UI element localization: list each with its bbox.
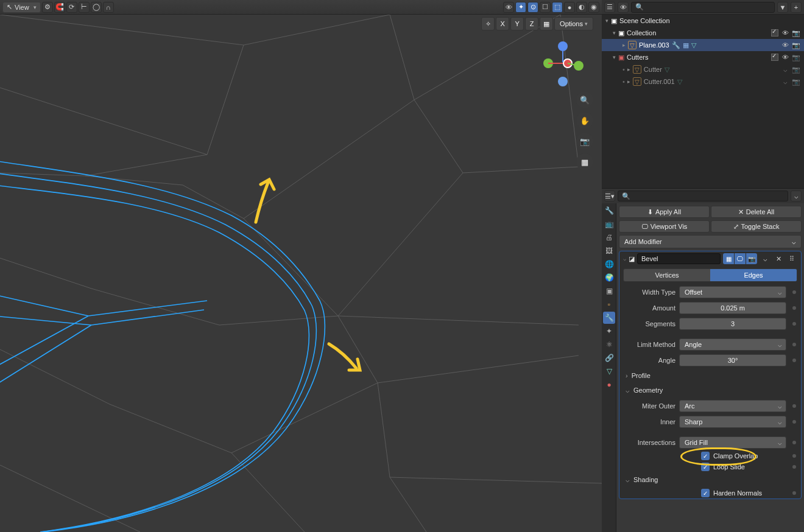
grid-icon[interactable]: ▦ <box>540 17 553 30</box>
vertices-tab[interactable]: Vertices <box>624 269 710 281</box>
zoom-icon[interactable]: 🔍 <box>576 91 593 108</box>
apply-all-button[interactable]: ⬇ Apply All <box>619 206 710 218</box>
modifier-drag-icon[interactable]: ⠿ <box>786 253 797 264</box>
filter-icon[interactable]: ▼ <box>777 2 788 13</box>
visibility-icon[interactable]: ⌵ <box>781 78 789 86</box>
amount-field[interactable]: 0.025 m <box>679 302 786 314</box>
shading-preview-icon[interactable]: ◐ <box>576 2 587 13</box>
render-toggle[interactable]: 📷 <box>746 253 757 264</box>
pivot-icon[interactable]: ⚙ <box>42 2 53 13</box>
render-icon[interactable]: 📷 <box>792 29 800 37</box>
tab-object[interactable]: ▫ <box>603 298 615 310</box>
clamp-overlap-checkbox[interactable]: ✓ <box>701 452 710 460</box>
tab-render[interactable]: 📺 <box>603 218 615 230</box>
tab-physics[interactable]: ⚛ <box>603 338 615 351</box>
loop-slide-checkbox[interactable]: ✓ <box>701 463 710 471</box>
prop-edit-icon[interactable]: ⟳ <box>66 2 77 13</box>
eye-icon[interactable]: 👁 <box>503 2 514 13</box>
edges-tab[interactable]: Edges <box>710 269 797 281</box>
cutter-row[interactable]: • ▸▽ Cutter ▽ ⌵📷 <box>602 63 804 75</box>
shading-section-header[interactable]: Shading <box>619 472 801 488</box>
keyframe-dot[interactable] <box>792 441 796 444</box>
collapse-icon[interactable]: ⌵ <box>623 256 626 262</box>
viewport-vis-button[interactable]: 🖵 Viewport Vis <box>619 220 710 233</box>
tab-world[interactable]: 🌍 <box>603 271 615 284</box>
modifier-delete-icon[interactable]: ✕ <box>773 253 784 264</box>
tab-material[interactable]: ● <box>603 379 615 391</box>
modifier-menu-icon[interactable]: ⌵ <box>760 253 770 264</box>
render-icon[interactable]: 📷 <box>792 41 800 49</box>
measure-icon[interactable]: ⊢ <box>79 2 90 13</box>
tab-tool[interactable]: 🔧 <box>603 205 615 217</box>
render-icon[interactable]: 📷 <box>792 78 800 86</box>
keyframe-dot[interactable] <box>792 491 796 495</box>
tab-particles[interactable]: ✦ <box>603 325 615 337</box>
outliner-tree[interactable]: ▾▣ Scene Collection ▾▣ Collection 👁📷 ▸▽ … <box>602 15 804 188</box>
display-mode-icon[interactable]: ☰ <box>604 2 615 13</box>
limit-method-dropdown[interactable]: Angle <box>679 338 786 351</box>
keyframe-dot[interactable] <box>792 306 796 310</box>
cutters-collection-row[interactable]: ▾▣ Cutters 👁📷 <box>602 51 804 63</box>
add-modifier-button[interactable]: Add Modifier⌵ <box>619 235 802 248</box>
view-layer-icon[interactable]: 👁 <box>618 2 629 13</box>
visibility-icon[interactable]: 👁 <box>781 41 789 49</box>
shading-wire-icon[interactable]: ⬚ <box>552 2 563 13</box>
curve-icon[interactable]: ∩ <box>103 2 114 13</box>
tab-output[interactable]: 🖨 <box>603 231 615 243</box>
keyframe-dot[interactable] <box>792 454 796 458</box>
axis-y-button[interactable]: Y <box>510 17 524 30</box>
keyframe-dot[interactable] <box>792 420 796 424</box>
options-menu[interactable]: Options <box>554 17 593 30</box>
render-icon[interactable]: 📷 <box>792 54 800 61</box>
harden-normals-checkbox[interactable]: ✓ <box>701 489 710 497</box>
axis-z-button[interactable]: Z <box>525 17 538 30</box>
intersections-dropdown[interactable]: Grid Fill <box>679 436 786 449</box>
perspective-icon[interactable]: ▦ <box>576 153 593 170</box>
edit-mode-toggle[interactable]: ▦ <box>723 253 734 264</box>
gizmo-icon[interactable]: ✦ <box>515 2 526 13</box>
prop-options-icon[interactable]: ⌵ <box>791 191 802 201</box>
keyframe-dot[interactable] <box>792 359 796 362</box>
collection-row[interactable]: ▾▣ Collection 👁📷 <box>602 27 804 39</box>
tab-constraints[interactable]: 🔗 <box>603 352 615 364</box>
inner-dropdown[interactable]: Sharp <box>679 416 786 428</box>
plane-object-row[interactable]: ▸▽ Plane.003 🔧▦▽ 👁📷 <box>602 39 804 51</box>
tab-viewlayer[interactable]: 🖼 <box>603 245 615 257</box>
scene-collection-row[interactable]: ▾▣ Scene Collection <box>602 15 804 27</box>
width-type-dropdown[interactable]: Offset <box>679 286 786 298</box>
visibility-icon[interactable]: ⌵ <box>781 66 789 74</box>
viewport[interactable]: ↖ View ⚙ 🧲 ⟳ ⊢ ◯ ∩ 👁 ✦ ⊙ ☐ ⬚ ● ◐ ◉ <box>0 0 602 532</box>
navigation-gizmo[interactable] <box>538 43 587 91</box>
render-icon[interactable]: 📷 <box>792 66 800 74</box>
angle-field[interactable]: 30° <box>679 354 786 366</box>
new-collection-icon[interactable]: + <box>791 2 802 13</box>
keyframe-dot[interactable] <box>792 290 796 294</box>
visibility-icon[interactable]: 👁 <box>781 54 789 61</box>
prop-menu-icon[interactable]: ☰▾ <box>604 191 615 201</box>
overlay-icon[interactable]: ⊙ <box>527 2 538 13</box>
tab-modifiers[interactable]: 🔧 <box>603 312 615 324</box>
keyframe-dot[interactable] <box>792 465 796 469</box>
keyframe-dot[interactable] <box>792 343 796 346</box>
proportional-icon[interactable]: ◯ <box>91 2 102 13</box>
keyframe-dot[interactable] <box>792 322 796 326</box>
camera-icon[interactable]: 📷 <box>576 133 593 150</box>
delete-all-button[interactable]: ✕ Delete All <box>711 206 802 218</box>
view-menu[interactable]: ↖ View <box>2 2 41 13</box>
axis-x-button[interactable]: X <box>496 17 509 30</box>
snap-icon[interactable]: 🧲 <box>54 2 65 13</box>
toggle-stack-button[interactable]: ⤢ Toggle Stack <box>711 220 802 233</box>
segments-field[interactable]: 3 <box>679 318 786 330</box>
profile-section-header[interactable]: Profile <box>619 368 801 383</box>
outliner-search[interactable]: 🔍 <box>631 2 775 13</box>
keyframe-dot[interactable] <box>792 404 796 408</box>
shading-rendered-icon[interactable]: ◉ <box>588 2 599 13</box>
enable-checkbox[interactable] <box>771 54 778 61</box>
properties-search[interactable]: 🔍 <box>618 191 788 201</box>
realtime-toggle[interactable]: 🖵 <box>735 253 746 264</box>
enable-checkbox[interactable] <box>771 29 778 37</box>
xray-icon[interactable]: ☐ <box>540 2 551 13</box>
miter-outer-dropdown[interactable]: Arc <box>679 400 786 412</box>
butterfly-icon[interactable]: ✧ <box>481 17 495 30</box>
modifier-name-field[interactable]: Bevel <box>637 253 721 264</box>
